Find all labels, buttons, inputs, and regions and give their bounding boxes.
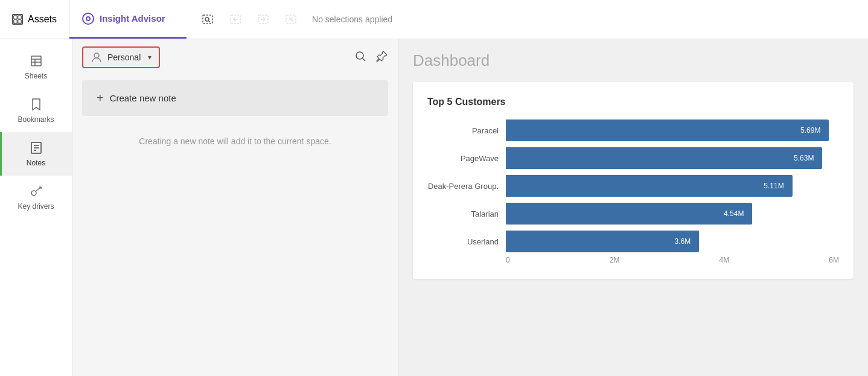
bar-row: Userland3.6M — [427, 231, 839, 252]
bar-value: 5.63M — [794, 154, 817, 162]
bar-label: Talarian — [427, 209, 506, 218]
bar-fill: 3.6M — [506, 231, 699, 252]
sidebar-item-bookmarks[interactable]: Bookmarks — [0, 89, 72, 132]
bar-container: 3.6M — [506, 231, 839, 252]
bar-chart: Paracel5.69MPageWave5.63MDeak-Perera Gro… — [427, 119, 839, 264]
bar-value: 3.6M — [674, 237, 694, 246]
search-selections-button[interactable] — [199, 10, 217, 28]
sidebar-key-drivers-label: Key drivers — [18, 202, 54, 211]
x-axis: 02M4M6M — [506, 256, 839, 264]
svg-rect-7 — [203, 15, 212, 24]
insight-advisor-icon — [81, 12, 95, 25]
sidebar: Sheets Bookmarks Notes — [0, 39, 72, 376]
insight-advisor-tab[interactable]: Insight Advisor — [69, 0, 187, 39]
bookmarks-icon — [29, 97, 43, 112]
sidebar-item-notes[interactable]: Notes — [0, 132, 72, 176]
bar-label: Deak-Perera Group. — [427, 182, 506, 191]
clear-selections-button[interactable] — [282, 10, 300, 28]
svg-line-26 — [36, 187, 41, 191]
bar-value: 5.11M — [764, 182, 787, 190]
svg-point-25 — [31, 191, 36, 196]
bar-row: PageWave5.63M — [427, 147, 839, 169]
bar-chart-inner: Paracel5.69MPageWave5.63MDeak-Perera Gro… — [427, 119, 839, 252]
no-selections-label: No selections applied — [312, 14, 392, 24]
sidebar-item-sheets[interactable]: Sheets — [0, 45, 72, 89]
sidebar-bookmarks-label: Bookmarks — [18, 115, 54, 124]
x-axis-label: 0 — [506, 256, 510, 264]
svg-point-6 — [87, 18, 89, 20]
sidebar-item-key-drivers[interactable]: Key drivers — [0, 176, 72, 219]
bar-row: Deak-Perera Group.5.11M — [427, 175, 839, 197]
bar-fill: 5.11M — [506, 175, 793, 197]
topbar: Assets Insight Advisor — [0, 0, 868, 39]
search-icon — [354, 50, 366, 62]
bar-label: Paracel — [427, 126, 506, 135]
back-selection-button[interactable] — [226, 10, 244, 28]
sidebar-sheets-label: Sheets — [25, 72, 47, 80]
person-icon — [91, 51, 103, 63]
chart-card: Top 5 Customers Paracel5.69MPageWave5.63… — [413, 82, 854, 279]
svg-rect-0 — [14, 16, 17, 19]
svg-rect-3 — [18, 20, 21, 23]
bar-value: 5.69M — [800, 126, 824, 135]
svg-point-29 — [94, 53, 99, 58]
notes-search-button[interactable] — [354, 50, 366, 65]
svg-point-30 — [356, 52, 363, 59]
topbar-actions: No selections applied — [187, 10, 868, 28]
bar-fill: 5.69M — [506, 119, 829, 141]
notes-header: Personal ▾ — [72, 39, 398, 75]
bar-container: 4.54M — [506, 203, 839, 225]
bar-row: Paracel5.69M — [427, 119, 839, 141]
assets-icon — [12, 14, 23, 25]
dashboard-area: Dashboard Top 5 Customers Paracel5.69MPa… — [398, 39, 868, 376]
svg-line-31 — [363, 58, 366, 61]
back-icon — [229, 13, 241, 25]
bar-value: 4.54M — [724, 209, 747, 218]
svg-line-9 — [209, 21, 211, 23]
svg-point-8 — [205, 18, 209, 21]
clear-icon — [285, 13, 297, 25]
search-selections-icon — [202, 13, 214, 25]
personal-label: Personal — [107, 53, 141, 62]
x-axis-label: 2M — [610, 256, 620, 264]
main-layout: Sheets Bookmarks Notes — [0, 39, 868, 376]
notes-empty-message: Creating a new note will add it to the c… — [72, 121, 398, 162]
svg-rect-2 — [14, 20, 17, 23]
bar-label: PageWave — [427, 154, 506, 163]
bar-label: Userland — [427, 237, 506, 246]
bar-fill: 5.63M — [506, 147, 822, 169]
insight-advisor-label: Insight Advisor — [100, 13, 165, 24]
dashboard-title: Dashboard — [413, 51, 854, 70]
plus-icon: + — [97, 91, 104, 105]
x-axis-label: 6M — [829, 256, 839, 264]
bar-container: 5.63M — [506, 147, 839, 169]
notes-pin-button[interactable] — [376, 50, 388, 65]
forward-icon — [257, 13, 269, 25]
svg-rect-1 — [18, 16, 21, 19]
bar-container: 5.69M — [506, 119, 839, 141]
bar-fill: 4.54M — [506, 203, 752, 225]
key-drivers-icon — [29, 184, 43, 199]
create-note-button[interactable]: + Create new note — [82, 80, 388, 116]
sheets-icon — [29, 54, 43, 68]
chart-title: Top 5 Customers — [427, 97, 839, 107]
x-axis-label: 4M — [720, 256, 730, 264]
bar-row: Talarian4.54M — [427, 203, 839, 225]
assets-tab[interactable]: Assets — [0, 0, 69, 39]
bar-container: 5.11M — [506, 175, 839, 197]
notes-panel: Personal ▾ + Create new note — [72, 39, 398, 376]
notes-icon — [29, 141, 43, 155]
create-note-label: Create new note — [110, 93, 176, 103]
personal-dropdown[interactable]: Personal ▾ — [82, 46, 160, 68]
dropdown-arrow-icon: ▾ — [148, 53, 152, 62]
pin-icon — [376, 50, 388, 62]
sidebar-notes-label: Notes — [27, 159, 45, 167]
forward-selection-button[interactable] — [254, 10, 272, 28]
assets-label: Assets — [28, 14, 57, 25]
svg-rect-17 — [31, 56, 41, 66]
notes-actions — [354, 50, 388, 65]
